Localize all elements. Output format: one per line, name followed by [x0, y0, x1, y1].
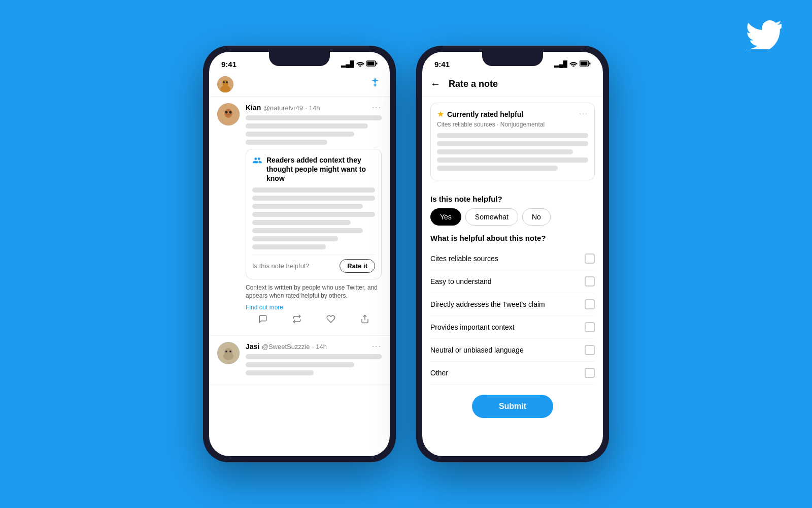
notch-1 [269, 52, 330, 66]
tweet-1-content: Kian @naturelvr49 · 14h ··· [246, 103, 382, 329]
svg-point-6 [223, 81, 225, 83]
signal-icon-2: ▂▄█ [554, 60, 567, 68]
checkbox-label-other: Other [430, 369, 448, 377]
tweet-2-handle: @SweetSuzzzie [262, 343, 310, 351]
checkbox-other-box[interactable] [585, 368, 595, 378]
svg-point-7 [226, 81, 228, 83]
status-icons-1: ▂▄█ [341, 60, 378, 68]
rate-note-title: Rate a note [449, 79, 498, 89]
checkbox-neutral-box[interactable] [585, 345, 595, 355]
skeleton [252, 196, 375, 201]
skeleton [252, 187, 375, 193]
checkbox-label-cites: Cites reliable sources [430, 255, 498, 263]
checkbox-other[interactable]: Other [430, 362, 595, 385]
feed-avatar[interactable] [217, 76, 233, 92]
phone-1-screen: 9:41 ▂▄█ [209, 52, 390, 456]
tweet-1-dots[interactable]: ··· [372, 103, 382, 112]
checkbox-cites-sources[interactable]: Cites reliable sources [430, 247, 595, 270]
skeleton [252, 212, 375, 217]
battery-icon-1 [366, 60, 378, 68]
question-what-helpful: What is helpful about this note? [430, 234, 595, 242]
community-note: Readers added context they thought peopl… [246, 149, 382, 279]
skeleton [252, 204, 363, 209]
tweet-2-identity: Jasi @SweetSuzzzie · 14h [246, 342, 327, 351]
skeleton [246, 115, 382, 120]
svg-point-11 [229, 111, 232, 114]
status-time-1: 9:41 [221, 60, 236, 69]
skeleton [246, 140, 327, 145]
retweet-icon[interactable] [292, 314, 301, 326]
back-button[interactable]: ← [430, 78, 441, 90]
like-icon[interactable] [326, 314, 335, 326]
tweet-2: Jasi @SweetSuzzzie · 14h ··· [209, 336, 390, 385]
question-helpful: Is this note helpful? [430, 195, 595, 203]
rate-it-button[interactable]: Rate it [340, 259, 375, 273]
tweet-1-identity: Kian @naturelvr49 · 14h [246, 103, 320, 112]
phones-container: 9:41 ▂▄█ [203, 46, 609, 462]
notch-2 [482, 52, 543, 66]
svg-rect-19 [581, 61, 588, 65]
checkbox-directly-addresses[interactable]: Directly addresses the Tweet's claim [430, 293, 595, 316]
signal-icon-1: ▂▄█ [341, 60, 354, 68]
tweet-actions [246, 311, 382, 329]
checkbox-label-neutral: Neutral or unbiased language [430, 346, 524, 354]
tweet-1-name: Kian [246, 104, 261, 112]
rated-helpful: ★ Currently rated helpful [437, 109, 523, 119]
skeleton [246, 354, 382, 359]
rating-somewhat-button[interactable]: Somewhat [465, 208, 518, 226]
sparkle-icon[interactable] [368, 76, 382, 92]
checkbox-cites-box[interactable] [585, 253, 595, 264]
checkbox-directly-box[interactable] [585, 299, 595, 309]
tweet-2-dots[interactable]: ··· [372, 342, 382, 351]
rated-header: ★ Currently rated helpful ··· [437, 109, 588, 119]
context-text: Context is written by people who use Twi… [246, 283, 382, 301]
phone-1: 9:41 ▂▄█ [203, 46, 396, 462]
star-icon: ★ [437, 109, 444, 119]
find-out-more-link[interactable]: Find out more [246, 304, 283, 311]
tweet-2-name: Jasi [246, 342, 259, 351]
rating-yes-button[interactable]: Yes [430, 208, 461, 226]
rated-tags: Cites reliable sources · Nonjudgemental [437, 121, 588, 128]
tweet-1-header: Kian @naturelvr49 · 14h ··· [246, 103, 382, 112]
svg-point-17 [223, 352, 233, 360]
readers-icon [252, 155, 262, 166]
checkbox-important-context[interactable]: Provides important context [430, 316, 595, 339]
reply-icon[interactable] [258, 314, 267, 326]
rating-no-button[interactable]: No [522, 208, 551, 226]
submit-button[interactable]: Submit [472, 395, 553, 418]
tweet-2-header: Jasi @SweetSuzzzie · 14h ··· [246, 342, 382, 351]
note-body [252, 187, 375, 249]
phone-2-screen: 9:41 ▂▄█ ← Rate a note [422, 52, 603, 456]
tweet-1-time: · 14h [306, 104, 320, 112]
svg-point-9 [224, 109, 232, 118]
helpful-question: Is this note helpful? [252, 262, 309, 270]
svg-rect-2 [376, 62, 378, 65]
skeleton [437, 166, 558, 171]
svg-rect-20 [589, 62, 591, 65]
skeleton [437, 149, 573, 154]
rating-buttons: Yes Somewhat No [430, 208, 595, 226]
checkbox-easy-box[interactable] [585, 276, 595, 287]
rate-content: Is this note helpful? Yes Somewhat No Wh… [422, 186, 603, 428]
svg-point-10 [225, 111, 228, 114]
share-icon[interactable] [360, 314, 369, 326]
tweet-2-avatar[interactable] [217, 342, 240, 364]
note-header: Readers added context they thought peopl… [252, 155, 375, 183]
skeleton [252, 228, 363, 233]
checkbox-list: Cites reliable sources Easy to understan… [430, 247, 595, 385]
checkbox-context-box[interactable] [585, 322, 595, 332]
skeleton [252, 220, 351, 225]
wifi-icon-1 [356, 60, 364, 68]
checkbox-label-context: Provides important context [430, 323, 515, 331]
tweet-1-avatar[interactable] [217, 103, 240, 125]
checkbox-label-easy: Easy to understand [430, 277, 492, 285]
checkbox-label-directly: Directly addresses the Tweet's claim [430, 300, 545, 308]
checkbox-neutral[interactable]: Neutral or unbiased language [430, 339, 595, 362]
tweet-1: Kian @naturelvr49 · 14h ··· [209, 97, 390, 336]
checkbox-easy-understand[interactable]: Easy to understand [430, 270, 595, 293]
rate-header: ← Rate a note [422, 72, 603, 97]
note-title: Readers added context they thought peopl… [266, 155, 375, 183]
skeleton [437, 141, 588, 146]
rated-dots[interactable]: ··· [579, 109, 588, 117]
skeleton [437, 133, 588, 138]
